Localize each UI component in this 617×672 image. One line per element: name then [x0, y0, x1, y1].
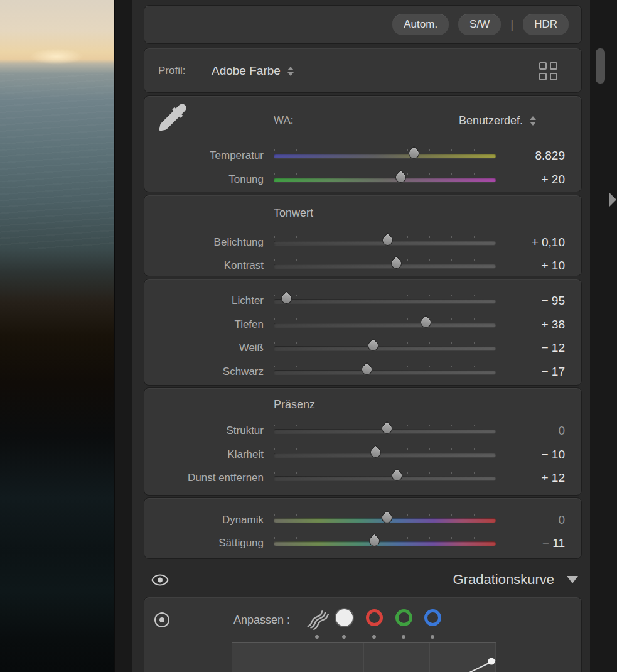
weiss-label: Weiß [144, 336, 264, 360]
white-balance-card: WA: Benutzerdef. Temperatur 8.829 Tonung… [144, 95, 582, 192]
dunst-track[interactable] [274, 476, 496, 480]
white-balance-selector[interactable]: WA: Benutzerdef. [274, 107, 536, 134]
dynamik-slider[interactable] [274, 508, 496, 532]
tonung-slider[interactable] [274, 168, 496, 192]
auto-button[interactable]: Autom. [392, 14, 449, 35]
rgb-channel-icon[interactable] [336, 609, 353, 626]
klarheit-track[interactable] [274, 453, 496, 457]
slider-row-klarheit: Klarheit − 10 [144, 443, 581, 467]
panel-collapse-arrow-icon[interactable] [609, 193, 616, 207]
channel-indicator-dot [402, 635, 405, 639]
belichtung-value[interactable]: + 0,10 [532, 230, 565, 254]
slider-ticks [274, 295, 495, 296]
channel-indicator-dot [372, 635, 376, 639]
temperatur-track[interactable] [274, 154, 496, 158]
wb-value-text[interactable]: Benutzerdef. [459, 114, 523, 127]
kontrast-label: Kontrast [144, 254, 264, 278]
presence-card: Präsenz Struktur 0 Klarheit − 10 Dunst e… [144, 387, 582, 496]
chevron-updown-icon[interactable] [287, 67, 294, 76]
profile-selector[interactable]: Adobe Farbe [212, 48, 294, 94]
slider-ticks [274, 149, 495, 151]
klarheit-value[interactable]: − 10 [541, 443, 565, 467]
temperatur-slider[interactable] [274, 144, 496, 168]
bw-button[interactable]: S/W [458, 14, 501, 35]
tiefen-slider[interactable] [274, 313, 496, 337]
temperatur-label: Temperatur [144, 144, 264, 168]
slider-ticks [274, 259, 495, 261]
scrollbar-thumb[interactable] [596, 48, 605, 84]
channel-indicator-dot [315, 635, 319, 639]
kontrast-slider[interactable] [274, 254, 496, 278]
tone-detail-card: Lichter − 95 Tiefen + 38 Weiß − 12 Schwa… [144, 279, 582, 386]
tiefen-label: Tiefen [144, 313, 264, 337]
schwarz-track[interactable] [274, 370, 496, 374]
tone-section-title: Tonwert [274, 207, 313, 220]
weiss-track[interactable] [274, 346, 496, 350]
slider-ticks [274, 366, 495, 367]
hdr-button[interactable]: HDR [523, 14, 569, 35]
tone-curve-header[interactable]: Gradationskurve [144, 565, 582, 594]
kontrast-track[interactable] [274, 264, 496, 268]
blue-channel-icon[interactable] [424, 609, 441, 626]
slider-ticks [274, 537, 495, 539]
tonung-label: Tonung [144, 168, 264, 192]
eye-icon[interactable] [151, 574, 169, 586]
photo-preview [0, 0, 115, 672]
saettigung-value[interactable]: − 11 [542, 531, 565, 555]
wb-value[interactable]: Benutzerdef. [459, 114, 536, 127]
slider-row-kontrast: Kontrast + 10 [144, 254, 581, 278]
profile-card: Profil: Adobe Farbe [144, 48, 582, 93]
profile-label: Profil: [158, 48, 185, 94]
slider-row-tiefen: Tiefen + 38 [144, 313, 581, 337]
parametric-curve-icon[interactable] [305, 606, 329, 632]
klarheit-slider[interactable] [274, 443, 496, 467]
belichtung-slider[interactable] [274, 230, 496, 254]
kontrast-value[interactable]: + 10 [541, 254, 565, 278]
tone-curve-graph[interactable] [232, 642, 496, 672]
targeted-adjustment-icon[interactable] [154, 612, 169, 627]
slider-row-temperatur: Temperatur 8.829 [144, 144, 581, 168]
lichter-slider[interactable] [274, 289, 496, 313]
wb-label: WA: [274, 114, 293, 127]
chevron-updown-icon[interactable] [530, 116, 536, 126]
dynamik-value[interactable]: 0 [558, 508, 565, 532]
green-channel-icon[interactable] [395, 609, 412, 626]
curve-point [488, 658, 495, 665]
schwarz-value[interactable]: − 17 [541, 360, 565, 384]
red-channel-icon[interactable] [366, 609, 383, 626]
presence-section-title: Präsenz [274, 398, 315, 411]
weiss-value[interactable]: − 12 [541, 336, 565, 360]
eyedropper-icon[interactable] [154, 101, 191, 140]
channel-indicator-dot [431, 635, 434, 639]
dunst-value[interactable]: + 12 [541, 466, 565, 490]
saettigung-slider[interactable] [274, 531, 496, 555]
schwarz-slider[interactable] [274, 360, 496, 384]
profile-browser-grid-icon[interactable] [539, 62, 557, 80]
slider-row-schwarz: Schwarz − 17 [144, 360, 581, 384]
slider-row-dynamik: Dynamik 0 [144, 508, 581, 532]
tiefen-track[interactable] [274, 323, 496, 327]
lichter-value[interactable]: − 95 [541, 289, 565, 313]
dunst-slider[interactable] [274, 466, 496, 490]
weiss-slider[interactable] [274, 336, 496, 360]
tonung-value[interactable]: + 20 [541, 168, 565, 192]
profile-value[interactable]: Adobe Farbe [212, 64, 281, 78]
vibrance-card: Dynamik 0 Sättigung − 11 [144, 497, 582, 559]
tonung-track[interactable] [274, 178, 496, 182]
triangle-collapse-icon[interactable] [567, 576, 578, 583]
slider-ticks [274, 472, 495, 474]
temperatur-value[interactable]: 8.829 [535, 144, 565, 168]
struktur-value[interactable]: 0 [558, 419, 565, 443]
tiefen-value[interactable]: + 38 [541, 313, 565, 337]
lichter-track[interactable] [274, 299, 496, 303]
schwarz-label: Schwarz [144, 360, 264, 384]
saettigung-track[interactable] [274, 541, 496, 546]
struktur-label: Struktur [144, 419, 264, 443]
saettigung-label: Sättigung [144, 531, 264, 555]
tone-curve-title[interactable]: Gradationskurve [453, 572, 554, 588]
auto-bw-hdr-card: Autom. S/W | HDR [144, 5, 582, 44]
dunst-label: Dunst entfernen [144, 466, 264, 490]
tone-card: Tonwert Belichtung + 0,10 Kontrast + 10 [144, 195, 582, 276]
slider-row-belichtung: Belichtung + 0,10 [144, 230, 581, 254]
struktur-slider[interactable] [274, 419, 496, 443]
